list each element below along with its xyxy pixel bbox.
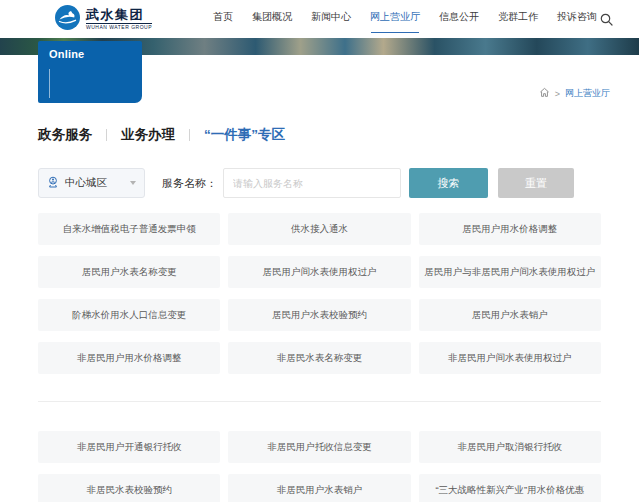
nav-item[interactable]: 信息公开 (439, 4, 479, 34)
service-item[interactable]: 非居民用户间水表使用权过户 (419, 342, 601, 374)
services-area: 自来水增值税电子普通发票申领供水接入通水居民用户用水价格调整居民用户水表名称变更… (38, 213, 601, 502)
online-label: Online (38, 41, 142, 60)
water-wave-logo-icon (55, 5, 80, 34)
service-group-2: 非居民用户开通银行托收非居民用户托收信息变更非居民用户取消银行托收非居民水表校验… (38, 431, 601, 502)
service-group-1: 自来水增值税电子普通发票申领供水接入通水居民用户用水价格调整居民用户水表名称变更… (38, 213, 601, 374)
chevron-down-icon (130, 181, 136, 185)
service-item[interactable]: 非居民水表名称变更 (228, 342, 410, 374)
breadcrumb-current[interactable]: 网上营业厅 (565, 87, 610, 100)
service-item[interactable]: 非居民用户水表销户 (228, 474, 410, 502)
service-item[interactable]: 阶梯水价用水人口信息变更 (38, 299, 220, 331)
service-item[interactable]: 居民用户水表销户 (419, 299, 601, 331)
nav-item[interactable]: 首页 (213, 4, 233, 34)
group-divider (38, 401, 601, 402)
search-icon[interactable] (600, 13, 613, 26)
nav-item[interactable]: 新闻中心 (311, 4, 351, 34)
service-item[interactable]: 非居民水表校验预约 (38, 474, 220, 502)
service-item[interactable]: 供水接入通水 (228, 213, 410, 245)
service-item[interactable]: 非居民用户开通银行托收 (38, 431, 220, 463)
home-icon[interactable] (539, 87, 550, 100)
breadcrumb: > 网上营业厅 (539, 87, 610, 100)
breadcrumb-separator: > (555, 89, 560, 99)
service-name-label: 服务名称： (162, 176, 217, 191)
location-person-icon (47, 174, 59, 192)
reset-button[interactable]: 重置 (498, 168, 574, 198)
filter-bar: 中心城区 服务名称： 搜索 重置 (38, 168, 574, 198)
main-nav: 首页集团概况新闻中心网上营业厅信息公开党群工作投诉咨询 (213, 4, 597, 34)
service-item[interactable]: 居民用户用水价格调整 (419, 213, 601, 245)
nav-item[interactable]: 党群工作 (498, 4, 538, 34)
district-select-value: 中心城区 (65, 176, 124, 190)
company-logo[interactable]: 武水集团 WUHAN WATER GROUP (55, 5, 152, 34)
service-item[interactable]: 居民用户间水表使用权过户 (228, 256, 410, 288)
online-decorative-line (49, 69, 50, 98)
nav-item[interactable]: 网上营业厅 (370, 4, 420, 34)
search-button[interactable]: 搜索 (409, 168, 488, 198)
service-item[interactable]: 居民用户与非居民用户间水表使用权过户 (419, 256, 601, 288)
logo-text: 武水集团 WUHAN WATER GROUP (86, 8, 152, 30)
top-header: 武水集团 WUHAN WATER GROUP 首页集团概况新闻中心网上营业厅信息… (0, 0, 639, 38)
logo-name-en: WUHAN WATER GROUP (86, 23, 152, 30)
service-item[interactable]: 非居民用户用水价格调整 (38, 342, 220, 374)
tab[interactable]: 业务办理 (92, 126, 175, 144)
logo-name-cn: 武水集团 (86, 8, 152, 21)
service-item[interactable]: 非居民用户取消银行托收 (419, 431, 601, 463)
service-item[interactable]: “三大战略性新兴产业”用水价格优惠 (419, 474, 601, 502)
tab[interactable]: “一件事”专区 (175, 126, 285, 144)
district-select[interactable]: 中心城区 (38, 168, 145, 198)
page: 武水集团 WUHAN WATER GROUP 首页集团概况新闻中心网上营业厅信息… (0, 0, 639, 502)
service-item[interactable]: 居民用户水表名称变更 (38, 256, 220, 288)
nav-item[interactable]: 集团概况 (252, 4, 292, 34)
service-item[interactable]: 自来水增值税电子普通发票申领 (38, 213, 220, 245)
tab[interactable]: 政务服务 (38, 126, 92, 144)
service-name-input[interactable] (223, 168, 401, 198)
service-item[interactable]: 居民用户水表校验预约 (228, 299, 410, 331)
nav-item[interactable]: 投诉咨询 (557, 4, 597, 34)
service-item[interactable]: 非居民用户托收信息变更 (228, 431, 410, 463)
online-banner-box: Online (38, 41, 142, 103)
section-tabs: 政务服务业务办理“一件事”专区 (38, 126, 285, 144)
